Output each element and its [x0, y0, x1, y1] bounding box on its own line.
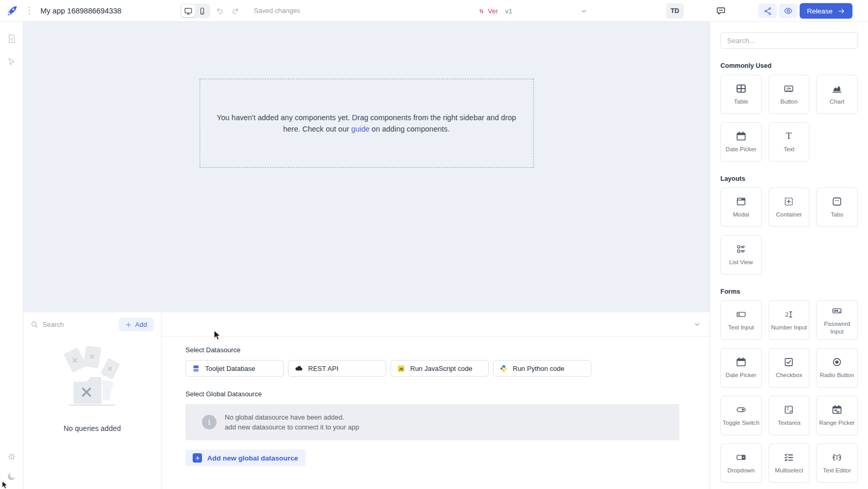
- component-label: Chart: [828, 98, 846, 105]
- multiselect-icon: [783, 452, 794, 463]
- app-canvas[interactable]: You haven't added any components yet. Dr…: [23, 22, 710, 312]
- datasource-label: Tooljet Database: [205, 365, 255, 372]
- datasource-run-python[interactable]: Run Python code: [493, 360, 591, 377]
- component-label: Textarea: [776, 419, 802, 426]
- queries-empty-state: No queries added: [23, 342, 161, 433]
- global-datasource-info: i No global datasource have been added. …: [185, 404, 679, 440]
- datasource-rest-api[interactable]: REST API: [288, 360, 386, 377]
- collapse-query-panel-button[interactable]: [693, 320, 701, 330]
- layouts-cards: Modal Container Tabs List View: [720, 188, 858, 275]
- mobile-layout-button[interactable]: [195, 5, 209, 17]
- component-card-text[interactable]: T Text: [769, 122, 810, 162]
- empty-folder-illustration: [52, 342, 133, 419]
- add-global-datasource-button[interactable]: Add new global datasource: [185, 450, 306, 466]
- datasource-label: Run JavaScript code: [410, 365, 472, 372]
- datasource-panel: Select Datasource Tooljet Database REST …: [162, 312, 710, 489]
- component-label: Text Editor: [821, 467, 852, 474]
- datepicker-icon: [735, 131, 747, 142]
- component-card-date-picker-form[interactable]: Date Picker: [720, 348, 762, 387]
- plus-icon: [193, 453, 202, 463]
- forms-cards: Text Input 2 Number Input Password Input…: [720, 300, 858, 483]
- cloud-icon: [294, 364, 303, 373]
- share-icon: [763, 7, 772, 16]
- component-card-modal[interactable]: Modal: [720, 188, 762, 227]
- svg-text:T: T: [787, 407, 790, 412]
- app-menu-kebab-icon[interactable]: [28, 7, 30, 15]
- guide-link[interactable]: guide: [351, 125, 369, 133]
- textarea-icon: T: [783, 404, 794, 415]
- component-card-text-editor[interactable]: T Text Editor: [816, 443, 858, 483]
- component-card-number-input[interactable]: 2 Number Input: [769, 300, 810, 340]
- share-button[interactable]: [758, 4, 777, 18]
- components-search-input[interactable]: [720, 32, 858, 49]
- python-icon: [499, 364, 508, 373]
- pages-icon[interactable]: [6, 33, 17, 44]
- version-chevron-down-icon[interactable]: [580, 7, 588, 17]
- release-button[interactable]: Release: [800, 3, 852, 19]
- preview-button[interactable]: [779, 4, 798, 18]
- inspector-cursor-icon[interactable]: [6, 56, 17, 67]
- redo-icon: [231, 6, 241, 16]
- component-label: Toggle Switch: [721, 419, 761, 426]
- tabs-icon: [831, 196, 843, 207]
- release-label: Release: [807, 7, 833, 15]
- component-label: Number Input: [770, 324, 809, 331]
- component-label: Text Input: [727, 324, 756, 331]
- section-title-layouts: Layouts: [720, 175, 858, 182]
- add-query-button[interactable]: Add: [119, 318, 154, 332]
- component-card-text-input[interactable]: Text Input: [720, 300, 762, 340]
- component-card-date-picker[interactable]: Date Picker: [720, 122, 762, 162]
- component-card-button[interactable]: OK Button: [769, 75, 810, 114]
- component-card-chart[interactable]: Chart: [816, 75, 858, 114]
- undo-button[interactable]: [214, 6, 224, 18]
- text-icon: T: [783, 131, 794, 142]
- tooljet-logo-icon[interactable]: [5, 4, 19, 20]
- js-icon: JS: [397, 364, 406, 373]
- redo-button[interactable]: [231, 6, 241, 18]
- debugger-bug-icon[interactable]: [6, 451, 17, 462]
- component-card-password-input[interactable]: Password Input: [816, 300, 858, 340]
- chevron-down-icon: [693, 320, 701, 328]
- numberinput-icon: 2: [783, 309, 794, 320]
- plus-icon: [125, 322, 132, 328]
- query-search-input[interactable]: [42, 321, 114, 328]
- datasource-tooljet-database[interactable]: Tooljet Database: [185, 360, 284, 377]
- eye-icon: [784, 6, 793, 16]
- desktop-layout-button[interactable]: [181, 5, 195, 17]
- datepicker-icon: [735, 356, 747, 368]
- canvas-drop-zone[interactable]: You haven't added any components yet. Dr…: [199, 79, 533, 168]
- datasource-run-javascript[interactable]: JS Run JavaScript code: [390, 360, 489, 377]
- component-card-radio-button[interactable]: Radio Button: [816, 348, 858, 387]
- datasource-options: Tooljet Database REST API JS Run JavaScr…: [185, 360, 710, 377]
- component-card-toggle-switch[interactable]: Toggle Switch: [720, 396, 762, 435]
- version-selector[interactable]: Ver v1: [478, 0, 512, 22]
- component-card-container[interactable]: Container: [769, 188, 810, 227]
- component-card-textarea[interactable]: T Textarea: [769, 396, 810, 435]
- left-icon-rail: [0, 22, 23, 489]
- section-title-forms: Forms: [720, 288, 858, 295]
- datasource-label: Run Python code: [513, 365, 565, 372]
- component-card-range-picker[interactable]: Range Picker: [816, 396, 858, 435]
- section-title-commonly-used: Commonly Used: [720, 62, 858, 69]
- global-datasource-info-line2: add new datasource to connect it to your…: [225, 422, 359, 432]
- top-toolbar: My app 1689886694338 Saved changes Ver v…: [0, 0, 868, 22]
- component-card-table[interactable]: Table: [720, 75, 762, 114]
- dark-mode-moon-icon[interactable]: [6, 471, 17, 482]
- desktop-icon: [184, 7, 193, 16]
- rangepicker-icon: [831, 404, 843, 415]
- component-label: Table: [732, 98, 750, 105]
- component-label: Tabs: [829, 211, 845, 218]
- comments-button[interactable]: [716, 6, 726, 18]
- undo-icon: [214, 6, 224, 16]
- component-label: Password Input: [817, 320, 857, 335]
- avatar[interactable]: TD: [666, 3, 684, 19]
- component-card-tabs[interactable]: Tabs: [816, 188, 858, 227]
- app-title[interactable]: My app 1689886694338: [40, 0, 121, 22]
- info-icon: i: [202, 415, 216, 429]
- component-card-checkbox[interactable]: Checkbox: [769, 348, 810, 387]
- component-label: Container: [775, 211, 804, 218]
- component-card-list-view[interactable]: List View: [720, 235, 762, 275]
- svg-text:OK: OK: [787, 87, 792, 90]
- component-card-dropdown[interactable]: Dropdown: [720, 443, 762, 483]
- component-card-multiselect[interactable]: Multiselect: [769, 443, 810, 483]
